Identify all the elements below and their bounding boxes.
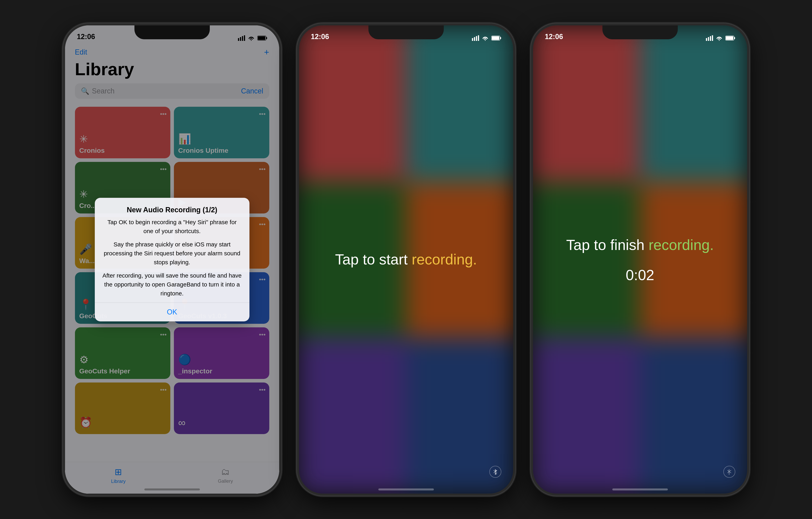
svg-rect-16 (710, 36, 711, 41)
dialog-title: New Audio Recording (1/2) (102, 206, 242, 214)
svg-rect-10 (478, 35, 479, 41)
signal-icon (706, 35, 713, 41)
battery-icon (725, 35, 735, 41)
recording-text-white: Tap to start (335, 251, 408, 268)
recording-finish-text-white: Tap to finish (566, 237, 644, 253)
recording-timer: 0:02 (626, 267, 654, 283)
phone-1: 12:06 (63, 23, 281, 496)
status-icons-3 (706, 35, 735, 41)
status-time-2: 12:06 (311, 32, 329, 41)
dialog-para-2: Say the phrase quickly or else iOS may s… (102, 240, 242, 267)
svg-rect-14 (706, 38, 707, 41)
recording-start-text: Tap to start recording. (319, 250, 493, 269)
signal-icon (472, 35, 479, 41)
dialog-box: New Audio Recording (1/2) Tap OK to begi… (95, 198, 250, 321)
recording-finish-text: Tap to finish recording. (550, 236, 730, 254)
notch-3 (602, 25, 678, 39)
svg-rect-8 (474, 37, 475, 41)
wifi-icon (716, 35, 723, 41)
dialog-para-1: Tap OK to begin recording a "Hey Siri" p… (102, 218, 242, 236)
dialog-body: Tap OK to begin recording a "Hey Siri" p… (102, 218, 242, 298)
recording-finish-content[interactable]: Tap to finish recording. 0:02 (533, 25, 747, 494)
phone3-screen[interactable]: 12:06 (533, 25, 747, 494)
svg-rect-7 (472, 38, 473, 41)
home-indicator-3 (612, 488, 668, 490)
dialog-ok-button[interactable]: OK (102, 303, 242, 321)
phone1-screen: 12:06 (65, 25, 279, 494)
status-time-3: 12:06 (545, 32, 563, 41)
battery-icon (491, 35, 501, 41)
status-icons-2 (472, 35, 501, 41)
svg-rect-20 (734, 37, 735, 39)
dialog-overlay: New Audio Recording (1/2) Tap OK to begi… (65, 25, 279, 494)
dialog-para-3: After recording, you will save the sound… (102, 271, 242, 298)
svg-rect-19 (726, 36, 733, 40)
wifi-icon (482, 35, 489, 41)
svg-rect-17 (712, 35, 713, 41)
phone-2: 12:06 (297, 23, 515, 496)
svg-rect-12 (492, 36, 499, 40)
bluetooth-icon-2 (489, 466, 501, 478)
recording-finish-text-colored: recording. (648, 237, 714, 253)
bluetooth-icon-3 (723, 466, 735, 478)
svg-rect-13 (500, 37, 501, 39)
phone2-screen[interactable]: 12:06 (299, 25, 513, 494)
notch-2 (369, 25, 444, 39)
svg-rect-15 (708, 37, 709, 41)
phone-3: 12:06 (531, 23, 749, 496)
recording-text-colored: recording. (412, 251, 477, 268)
home-indicator-2 (378, 488, 434, 490)
recording-start-content[interactable]: Tap to start recording. (299, 25, 513, 494)
svg-rect-9 (476, 36, 477, 41)
